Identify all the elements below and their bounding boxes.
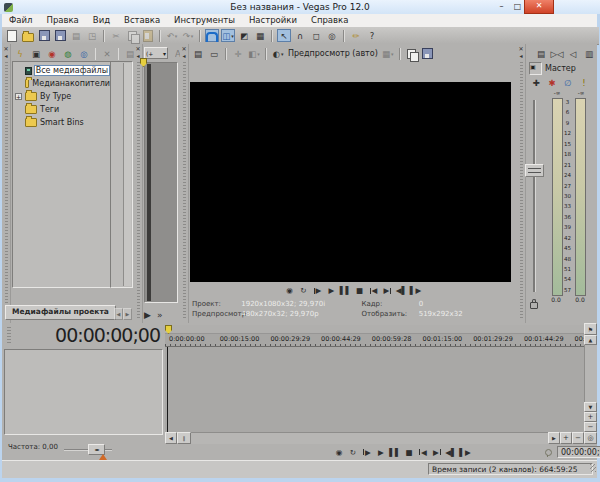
minimize-button[interactable]: – — [495, 1, 508, 12]
pause-button[interactable]: ▌▌ — [340, 285, 352, 297]
capture-video-button[interactable]: ▣ — [29, 47, 43, 60]
media-list-scrollbar[interactable] — [123, 63, 131, 286]
copy-frame-button[interactable] — [405, 47, 419, 60]
pause-button[interactable]: ▌▌ — [389, 446, 401, 458]
video-properties-button[interactable]: ▤ — [191, 47, 205, 60]
loop-playback-button[interactable]: ↻ — [347, 446, 359, 458]
mute-button[interactable]: ∅ — [561, 76, 575, 89]
overlays-button[interactable]: ▦▾ — [381, 47, 395, 60]
master-fader-handle[interactable] — [525, 164, 544, 177]
media-search-button[interactable]: ◎ — [77, 47, 91, 60]
time-ruler[interactable]: 0:00:00:0000:00:15:0000:00:29:2900:00:44… — [165, 334, 584, 347]
normal-edit-tool-button[interactable]: ↖ — [277, 29, 291, 42]
menu-item-1[interactable]: Файл — [2, 14, 39, 27]
dock-grip[interactable] — [137, 62, 140, 320]
dock-handle[interactable]: ✕◂ — [2, 44, 11, 323]
master-fader-track[interactable] — [533, 100, 536, 292]
extract-audio-cd-button[interactable]: ◉ — [45, 47, 59, 60]
dock-grip[interactable] — [5, 62, 8, 320]
bus-properties-button[interactable]: ▤ — [534, 47, 548, 60]
menu-item-2[interactable]: Правка — [39, 14, 85, 27]
dock-grip[interactable] — [520, 62, 523, 320]
go-to-end-button[interactable]: ▶ — [431, 446, 443, 458]
menu-item-5[interactable]: Инструменты — [167, 14, 242, 27]
next-frame-button[interactable]: ▌▶ — [459, 446, 471, 458]
cursor-flag-icon[interactable] — [165, 325, 172, 334]
media-tree-item[interactable]: Smart Bins — [13, 116, 110, 129]
play-button[interactable]: ▶ — [326, 285, 338, 297]
tab-scroll-left-icon[interactable]: ◀ — [114, 308, 123, 320]
resize-grip[interactable] — [590, 464, 596, 472]
cursor-position-field[interactable]: 00:00:00;00 — [557, 446, 600, 458]
dropdown-arrow-icon[interactable]: ▾ — [175, 33, 178, 39]
menu-item-7[interactable]: Справка — [304, 14, 355, 27]
redo-button[interactable]: ↷▾ — [181, 29, 195, 42]
ignore-event-grouping-button[interactable]: ▦ — [253, 29, 267, 42]
scrollbar-thumb[interactable]: ‖ — [177, 432, 191, 444]
marker-tool-button[interactable]: ⚑ — [584, 323, 597, 335]
selection-edit-tool-button[interactable]: ◻ — [309, 29, 323, 42]
zoom-out-vertical-button[interactable]: − — [584, 422, 597, 432]
zoom-in-vertical-button[interactable]: + — [584, 412, 597, 422]
menu-item-4[interactable]: Вставка — [117, 14, 167, 27]
zoom-in-button[interactable]: + — [560, 432, 572, 444]
tab-scroll-right-icon[interactable]: ▶ — [123, 308, 132, 320]
previous-frame-button[interactable]: ◀▌ — [445, 446, 457, 458]
next-frame-button[interactable]: ▌▶ — [410, 285, 422, 297]
dropdown-arrow-icon[interactable]: ▾ — [391, 51, 394, 57]
scroll-right-icon[interactable]: ▶ — [548, 432, 560, 444]
dock-handle[interactable]: ✕◂ — [517, 44, 526, 323]
cut-button[interactable]: ✂ — [109, 29, 123, 42]
scroll-up-icon[interactable]: ▲ — [584, 335, 597, 345]
dropdown-arrow-icon[interactable]: ▾ — [191, 33, 194, 39]
media-tree-item[interactable]: Медианакопители — [13, 77, 110, 90]
play-button[interactable]: ▶ — [375, 446, 387, 458]
zoom-edit-tool-button[interactable]: ◎ — [325, 29, 339, 42]
close-button[interactable]: ✕ — [524, 0, 554, 14]
save-snapshot-button[interactable] — [421, 47, 435, 60]
pin-dock-icon[interactable]: ◂ — [4, 52, 7, 59]
dropdown-arrow-icon[interactable]: ▾ — [281, 51, 284, 57]
record-button[interactable]: ◉ — [333, 446, 345, 458]
marker-bar[interactable] — [165, 325, 584, 334]
lock-envelopes-button[interactable]: ◩ — [237, 29, 251, 42]
stop-button[interactable]: ■ — [354, 285, 366, 297]
scrollbar-track[interactable] — [191, 432, 548, 444]
dropdown-arrow-icon[interactable]: ▾ — [231, 33, 234, 39]
trimmer-more-button[interactable]: » — [157, 310, 163, 320]
dock-grip[interactable] — [183, 62, 186, 320]
save-button[interactable] — [37, 29, 51, 42]
whats-this-help-button[interactable]: ? — [365, 29, 379, 42]
track-view[interactable] — [165, 347, 584, 433]
pin-dock-icon[interactable]: ◂ — [182, 52, 185, 59]
downmix-output-button[interactable]: ▷◁ — [550, 47, 564, 60]
menu-item-3[interactable]: Вид — [86, 14, 117, 27]
dock-handle[interactable]: ✕◂ — [134, 44, 143, 323]
interactive-tutorials-button[interactable]: ✏ — [349, 29, 363, 42]
dropdown-arrow-icon[interactable]: ▾ — [257, 51, 260, 57]
external-monitor-button[interactable]: ▭ — [207, 47, 221, 60]
undo-button[interactable]: ↶▾ — [165, 29, 179, 42]
media-bins-tree[interactable]: Все медиафайлыМедианакопители+By TypeТег… — [12, 61, 111, 288]
pin-dock-icon[interactable]: ◂ — [519, 52, 522, 59]
timeline-grip[interactable] — [7, 327, 11, 343]
solo-button[interactable]: ! — [577, 76, 591, 89]
go-to-start-button[interactable]: ◀ — [417, 446, 429, 458]
time-display[interactable]: 00:00:00;00 — [55, 324, 160, 346]
bus-icon[interactable]: ▣ — [529, 62, 542, 75]
open-button[interactable] — [21, 29, 35, 42]
media-tree-item[interactable]: +By Type — [13, 90, 110, 103]
new-project-button[interactable] — [5, 29, 19, 42]
envelope-edit-tool-button[interactable]: ∩ — [293, 29, 307, 42]
media-tree-item[interactable]: Все медиафайлы — [13, 64, 110, 77]
stop-button[interactable]: ■ — [403, 446, 415, 458]
go-to-start-button[interactable]: ◀ — [368, 285, 380, 297]
maximize-button[interactable]: □ — [511, 1, 524, 12]
video-output-fx-button[interactable]: ✛ — [231, 47, 245, 60]
loop-playback-button[interactable]: ↻ — [298, 285, 310, 297]
previous-frame-button[interactable]: ◀▌ — [396, 285, 408, 297]
close-dock-icon[interactable]: ✕ — [181, 45, 186, 52]
scroll-down-icon[interactable]: ▼ — [584, 402, 597, 412]
close-dock-icon[interactable]: ✕ — [3, 45, 8, 52]
media-list-pane[interactable] — [110, 61, 133, 288]
